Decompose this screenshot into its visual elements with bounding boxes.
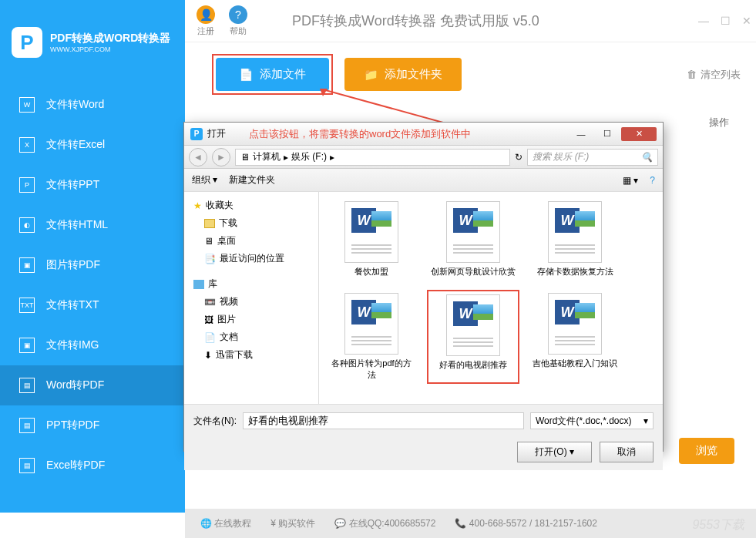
logo-url: WWW.XJPDF.COM [50, 45, 170, 53]
tree-xunlei[interactable]: ⬇迅雷下载 [190, 346, 312, 364]
tree-library[interactable]: 库 [190, 275, 312, 293]
dialog-close-icon[interactable]: ✕ [621, 127, 657, 141]
close-icon[interactable]: ✕ [742, 15, 751, 27]
file-name: 存储卡数据恢复方法 [537, 266, 613, 277]
dialog-nav: ◄ ► 🖥 计算机 ▸ 娱乐 (F:) ▸ ↻ 搜索 娱乐 (F:) 🔍 [184, 146, 663, 169]
annotation-text: 点击该按钮，将需要转换的word文件添加到软件中 [249, 127, 471, 141]
library-icon [193, 280, 204, 289]
file-name: 创新网页导航设计欣赏 [431, 266, 516, 277]
file-item[interactable]: W餐饮加盟 [325, 198, 418, 281]
dialog-title: 打开 [207, 127, 226, 140]
nav-forward-icon[interactable]: ► [212, 148, 230, 166]
dialog-icon: P [190, 128, 203, 140]
browse-button[interactable]: 浏览 [679, 438, 734, 464]
sidebar-icon: P [19, 177, 35, 193]
buy-link[interactable]: ¥ 购买软件 [270, 517, 315, 530]
tree-favorites[interactable]: ★收藏夹 [190, 197, 312, 214]
recent-icon: 📑 [204, 254, 216, 264]
file-grid: W餐饮加盟W创新网页导航设计欣赏W存储卡数据恢复方法W各种图片转为pdf的方法W… [319, 192, 663, 404]
doc-icon: W [446, 294, 500, 356]
dialog-toolbar: 组织 ▾ 新建文件夹 ▦ ▾ ? [184, 169, 663, 192]
sidebar-item-1[interactable]: X文件转Excel [0, 125, 185, 165]
file-item[interactable]: W存储卡数据恢复方法 [529, 198, 621, 281]
tree-docs[interactable]: 📄文档 [190, 328, 312, 346]
phone-info: 📞 400-668-5572 / 181-2157-1602 [455, 518, 597, 529]
help-icon: ? [229, 5, 247, 24]
open-button[interactable]: 打开(O) ▾ [517, 442, 592, 462]
search-icon: 🔍 [641, 152, 653, 163]
sidebar-icon: ▤ [19, 458, 35, 473]
file-item[interactable]: W创新网页导航设计欣赏 [427, 198, 519, 281]
sidebar-icon: X [19, 137, 35, 153]
cancel-button[interactable]: 取消 [600, 442, 654, 462]
watermark: 9553下载 [692, 517, 744, 533]
tree-recent[interactable]: 📑最近访问的位置 [190, 250, 312, 267]
dialog-maximize-icon[interactable]: ☐ [595, 127, 620, 141]
sidebar-item-3[interactable]: ◐文件转HTML [0, 205, 185, 245]
folder-icon: 📁 [364, 68, 378, 82]
column-ops: 操作 [709, 116, 729, 129]
help-button[interactable]: ? 帮助 [229, 5, 247, 37]
toolbar: 📄 添加文件 📁 添加文件夹 🗑 清空列表 [197, 42, 756, 106]
video-icon: 📼 [204, 297, 216, 308]
file-item[interactable]: W好看的电视剧推荐 [427, 290, 519, 384]
tree-video[interactable]: 📼视频 [190, 293, 312, 311]
sidebar-icon: ◐ [19, 217, 35, 233]
sidebar-label: 文件转PPT [46, 178, 99, 192]
register-button[interactable]: 👤 注册 [197, 5, 215, 37]
search-input[interactable]: 搜索 娱乐 (F:) 🔍 [527, 149, 658, 166]
sidebar-item-5[interactable]: TXT文件转TXT [0, 285, 185, 325]
trash-icon: 🗑 [687, 69, 697, 80]
tree-pictures[interactable]: 🖼图片 [190, 311, 312, 328]
doc-icon: W [344, 201, 398, 263]
maximize-icon[interactable]: ☐ [721, 15, 731, 27]
organize-menu[interactable]: 组织 ▾ [192, 173, 217, 187]
breadcrumb[interactable]: 🖥 计算机 ▸ 娱乐 (F:) ▸ [235, 149, 510, 166]
tree-downloads[interactable]: 下载 [190, 214, 312, 232]
sidebar-item-4[interactable]: ▣图片转PDF [0, 245, 185, 285]
minimize-icon[interactable]: — [698, 15, 709, 27]
sidebar-icon: ▣ [19, 338, 35, 353]
file-name: 好看的电视剧推荐 [439, 359, 507, 371]
file-name: 各种图片转为pdf的方法 [328, 358, 415, 381]
logo-icon: P [12, 27, 42, 58]
file-name: 餐饮加盟 [354, 266, 388, 277]
sidebar-icon: ▣ [19, 257, 35, 273]
help-icon[interactable]: ? [650, 175, 655, 186]
sidebar-item-8[interactable]: ▤PPT转PDF [0, 405, 185, 446]
app-title: PDF转换成Word转换器 免费试用版 v5.0 [292, 12, 539, 30]
folder-icon [204, 219, 215, 228]
filename-label: 文件名(N): [193, 415, 237, 428]
sidebar-label: 文件转IMG [46, 338, 99, 352]
refresh-icon[interactable]: ↻ [515, 152, 522, 163]
filename-input[interactable] [243, 412, 524, 429]
new-folder-button[interactable]: 新建文件夹 [229, 173, 275, 187]
user-icon: 👤 [197, 5, 215, 24]
sidebar-icon: W [19, 97, 35, 113]
chevron-down-icon: ▾ [643, 415, 648, 426]
tutorial-link[interactable]: 🌐 在线教程 [200, 517, 251, 530]
docs-icon: 📄 [204, 332, 216, 343]
sidebar-icon: TXT [19, 298, 35, 313]
doc-icon: W [344, 293, 398, 355]
filetype-select[interactable]: Word文件(*.doc,*.docx)▾ [530, 412, 654, 429]
add-folder-button[interactable]: 📁 添加文件夹 [344, 58, 462, 91]
nav-back-icon[interactable]: ◄ [189, 148, 207, 166]
clear-list-button[interactable]: 🗑 清空列表 [687, 68, 741, 82]
logo-title: PDF转换成WORD转换器 [50, 32, 170, 45]
sidebar-item-2[interactable]: P文件转PPT [0, 165, 185, 205]
sidebar-item-0[interactable]: W文件转Word [0, 85, 185, 125]
add-file-button[interactable]: 📄 添加文件 [216, 58, 329, 91]
xunlei-icon: ⬇ [204, 350, 212, 361]
file-item[interactable]: W吉他基础教程入门知识 [529, 290, 621, 384]
dialog-minimize-icon[interactable]: — [569, 127, 593, 141]
sidebar-item-6[interactable]: ▣文件转IMG [0, 325, 185, 365]
desktop-icon: 🖥 [204, 236, 213, 247]
sidebar-item-7[interactable]: ▤Word转PDF [0, 365, 185, 405]
file-item[interactable]: W各种图片转为pdf的方法 [325, 290, 418, 384]
sidebar-label: 图片转PDF [46, 258, 100, 272]
sidebar-item-9[interactable]: ▤Excel转PDF [0, 446, 185, 486]
file-name: 吉他基础教程入门知识 [533, 358, 617, 369]
tree-desktop[interactable]: 🖥桌面 [190, 232, 312, 250]
view-icon[interactable]: ▦ ▾ [623, 175, 638, 186]
